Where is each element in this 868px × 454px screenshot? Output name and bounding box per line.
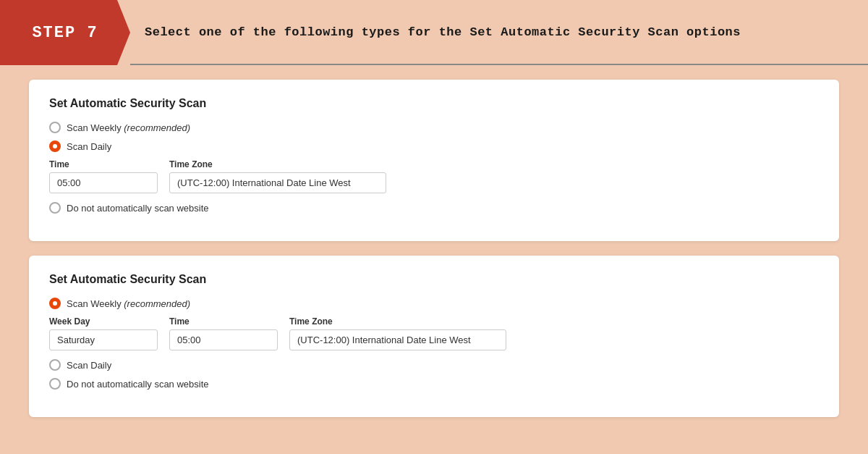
card2-title: Set Automatic Security Scan [49,273,819,286]
form-group-time1: Time [49,159,158,193]
radio-option-none1[interactable]: Do not automatically scan website [49,202,819,214]
radio-label-weekly1: Scan Weekly (recommended) [67,122,190,133]
card-scan-weekly: Set Automatic Security Scan Scan Weekly … [29,256,839,417]
radio-option-none2[interactable]: Do not automatically scan website [49,378,819,390]
time-label1: Time [49,159,158,169]
timezone-input1[interactable] [169,172,386,193]
time-input1[interactable] [49,172,158,193]
page-header: STEP 7 Select one of the following types… [0,0,868,65]
radio-label-none2: Do not automatically scan website [67,379,209,390]
form-group-weekday2: Week Day [49,316,158,350]
main-content: Set Automatic Security Scan Scan Weekly … [0,65,868,439]
radio-label-daily2: Scan Daily [67,360,111,371]
radio-option-daily2[interactable]: Scan Daily [49,359,819,371]
form-row-time1: Time Time Zone [49,159,819,193]
step-label: STEP 7 [32,24,98,42]
card1-title: Set Automatic Security Scan [49,97,819,110]
weekday-input2[interactable] [49,329,158,350]
radio-option-weekly2[interactable]: Scan Weekly (recommended) [49,298,819,309]
radio-circle-none2 [49,378,61,390]
radio-option-daily1[interactable]: Scan Daily [49,140,819,152]
header-instruction: Select one of the following types for th… [145,25,868,39]
radio-label-daily1: Scan Daily [67,141,111,152]
step-badge: STEP 7 [0,0,130,65]
timezone-input2[interactable] [289,329,506,350]
radio-circle-none1 [49,202,61,214]
header-text-wrapper: Select one of the following types for th… [130,0,868,65]
radio-option-weekly1[interactable]: Scan Weekly (recommended) [49,122,819,133]
weekday-label2: Week Day [49,316,158,327]
form-group-timezone2: Time Zone [289,316,506,350]
radio-circle-weekly1 [49,122,61,133]
radio-circle-daily2 [49,359,61,371]
radio-circle-daily1 [49,140,61,152]
form-row-weekday2: Week Day Time Time Zone [49,316,819,350]
radio-label-none1: Do not automatically scan website [67,203,209,214]
timezone-label2: Time Zone [289,316,506,327]
timezone-label1: Time Zone [169,159,386,169]
form-group-timezone1: Time Zone [169,159,386,193]
radio-circle-weekly2 [49,298,61,309]
time-label2: Time [169,316,278,327]
time-input2[interactable] [169,329,278,350]
radio-label-weekly2: Scan Weekly (recommended) [67,298,190,309]
form-group-time2: Time [169,316,278,350]
card-scan-daily: Set Automatic Security Scan Scan Weekly … [29,80,839,241]
